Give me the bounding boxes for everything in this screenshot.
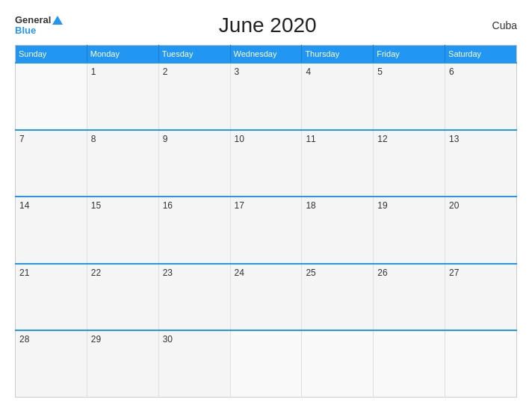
day-number: 17 [235, 200, 244, 211]
header-tuesday: Tuesday [158, 46, 230, 64]
calendar-cell: 27 [445, 264, 517, 331]
calendar-cell: 9 [158, 130, 230, 197]
day-number: 30 [163, 334, 173, 344]
day-number: 6 [449, 67, 454, 77]
calendar-cell: 8 [87, 130, 158, 197]
day-number: 22 [91, 268, 101, 278]
day-number: 21 [19, 268, 29, 278]
logo-blue-text: Blue [15, 25, 36, 36]
calendar-table: Sunday Monday Tuesday Wednesday Thursday… [15, 45, 517, 398]
calendar-cell: 19 [374, 197, 445, 264]
header-wednesday: Wednesday [230, 46, 302, 64]
header-friday: Friday [374, 46, 445, 64]
calendar-cell: 11 [302, 130, 374, 197]
day-number: 18 [306, 200, 315, 211]
day-number: 7 [19, 134, 25, 144]
day-number: 16 [163, 200, 173, 211]
day-number: 5 [377, 67, 383, 77]
calendar-cell: 6 [445, 63, 517, 130]
day-number: 2 [163, 67, 168, 77]
header-monday: Monday [87, 46, 158, 64]
calendar-cell: 25 [302, 264, 374, 331]
calendar-cell: 12 [374, 130, 445, 197]
calendar-cell [445, 330, 517, 398]
calendar-cell: 3 [230, 63, 302, 130]
day-number: 23 [163, 268, 173, 278]
day-number: 10 [235, 134, 244, 144]
calendar-cell: 18 [302, 197, 374, 264]
header-thursday: Thursday [302, 46, 374, 64]
day-number: 11 [306, 134, 315, 144]
calendar-week-row: 14151617181920 [16, 197, 517, 264]
calendar-week-row: 282930 [16, 330, 517, 398]
calendar-cell: 16 [158, 197, 230, 264]
calendar-cell: 7 [16, 130, 87, 197]
calendar-cell: 21 [16, 264, 87, 331]
day-number: 3 [235, 67, 240, 77]
day-number: 28 [19, 334, 29, 344]
calendar-cell: 15 [87, 197, 158, 264]
logo-triangle-icon [52, 16, 63, 25]
day-number: 29 [91, 334, 101, 344]
day-number: 1 [91, 67, 96, 77]
country-label: Cuba [472, 19, 517, 31]
calendar-cell: 17 [230, 197, 302, 264]
calendar-cell: 5 [374, 63, 445, 130]
calendar-cell: 2 [158, 63, 230, 130]
calendar-cell: 10 [230, 130, 302, 197]
calendar-week-row: 21222324252627 [16, 264, 517, 331]
calendar-cell [302, 330, 374, 398]
calendar-cell: 23 [158, 264, 230, 331]
calendar-cell [374, 330, 445, 398]
day-number: 12 [377, 134, 387, 144]
calendar-cell: 22 [87, 264, 158, 331]
day-number: 25 [306, 268, 315, 278]
calendar-cell: 4 [302, 63, 374, 130]
calendar-cell: 14 [16, 197, 87, 264]
calendar-week-row: 123456 [16, 63, 517, 130]
logo: General Blue [15, 15, 63, 37]
calendar-cell: 30 [158, 330, 230, 398]
calendar-cell: 26 [374, 264, 445, 331]
header-sunday: Sunday [16, 46, 87, 64]
day-number: 14 [19, 200, 29, 211]
calendar-page: General Blue June 2020 Cuba Sunday Monda… [0, 0, 532, 411]
header-saturday: Saturday [445, 46, 517, 64]
day-number: 19 [377, 200, 387, 211]
logo-general-text: General [15, 15, 63, 25]
day-number: 15 [91, 200, 101, 211]
calendar-cell: 29 [87, 330, 158, 398]
day-number: 13 [449, 134, 459, 144]
calendar-week-row: 78910111213 [16, 130, 517, 197]
calendar-cell: 1 [87, 63, 158, 130]
day-number: 26 [377, 268, 387, 278]
calendar-cell [16, 63, 87, 130]
day-number: 4 [306, 67, 311, 77]
header: General Blue June 2020 Cuba [15, 13, 517, 37]
calendar-cell: 13 [445, 130, 517, 197]
day-number: 24 [235, 268, 244, 278]
day-number: 20 [449, 200, 459, 211]
calendar-title: June 2020 [63, 13, 472, 37]
calendar-cell: 24 [230, 264, 302, 331]
day-number: 9 [163, 134, 168, 144]
day-number: 8 [91, 134, 96, 144]
calendar-cell: 20 [445, 197, 517, 264]
calendar-cell [230, 330, 302, 398]
day-number: 27 [449, 268, 459, 278]
calendar-cell: 28 [16, 330, 87, 398]
days-header-row: Sunday Monday Tuesday Wednesday Thursday… [16, 46, 517, 64]
